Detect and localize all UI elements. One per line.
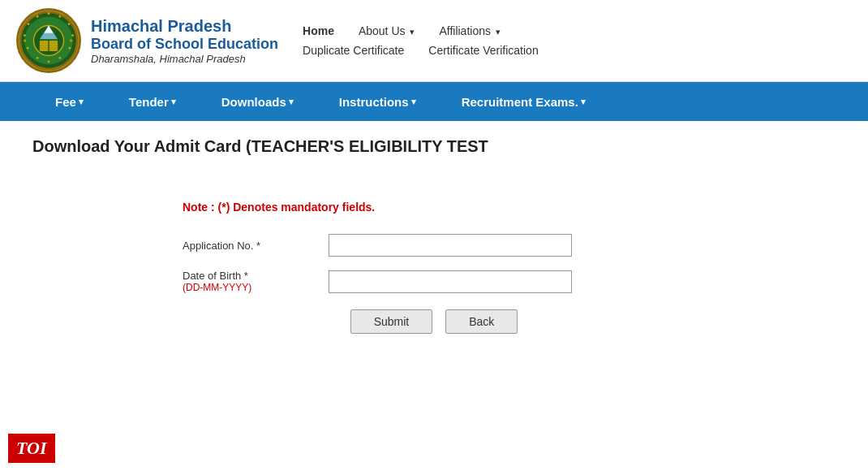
form-container: Note : (*) Denotes mandatory fields. App… (150, 184, 718, 350)
svg-point-15 (27, 47, 29, 50)
page-title: Download Your Admit Card (TEACHER'S ELIG… (32, 137, 836, 160)
tender-arrow: ▾ (171, 97, 176, 107)
svg-point-8 (58, 15, 61, 18)
note-text: Note : (*) Denotes mandatory fields. (183, 201, 685, 214)
dob-label: Date of Birth * (DD-MM-YYYY) (183, 270, 312, 293)
dob-row: Date of Birth * (DD-MM-YYYY) (183, 270, 685, 293)
dob-hint: (DD-MM-YYYY) (183, 282, 312, 293)
about-us-arrow: ▾ (410, 27, 415, 37)
nav-about-us[interactable]: About Us ▾ (359, 24, 415, 37)
application-label: Application No. * (183, 240, 312, 252)
svg-point-12 (58, 57, 61, 59)
submit-button[interactable]: Submit (350, 309, 433, 334)
svg-point-17 (28, 23, 30, 25)
toi-badge: TOI (8, 434, 55, 463)
top-nav: Home About Us ▾ Affiliations ▾ Duplicate… (303, 24, 852, 57)
nav-row-1: Home About Us ▾ Affiliations ▾ (303, 24, 852, 37)
nav-home[interactable]: Home (303, 24, 334, 37)
svg-text:★: ★ (69, 37, 73, 43)
org-subtitle: Dharamshala, Himachal Pradesh (91, 53, 278, 65)
logo-area: ★ ★ Himachal Pradesh Board of School Edu… (16, 8, 278, 73)
application-input[interactable] (329, 234, 572, 257)
svg-point-16 (24, 34, 26, 37)
main-content: Download Your Admit Card (TEACHER'S ELIG… (0, 121, 868, 366)
page-header: ★ ★ Himachal Pradesh Board of School Edu… (0, 0, 868, 82)
org-title-line1: Himachal Pradesh (91, 17, 278, 36)
org-title-line2: Board of School Education (91, 36, 278, 53)
org-name: Himachal Pradesh Board of School Educati… (91, 17, 278, 65)
nav-fee[interactable]: Fee ▾ (32, 82, 106, 121)
downloads-arrow: ▾ (289, 97, 294, 107)
affiliations-arrow: ▾ (496, 27, 501, 37)
nav-instructions[interactable]: Instructions ▾ (316, 82, 439, 121)
svg-point-13 (48, 61, 50, 63)
nav-row-2: Duplicate Certificate Certificate Verifi… (303, 44, 852, 57)
dob-input[interactable] (329, 270, 572, 293)
nav-recruitment-exams[interactable]: Recruitment Exams. ▾ (439, 82, 608, 121)
nav-duplicate-certificate[interactable]: Duplicate Certificate (303, 44, 404, 57)
instructions-arrow: ▾ (411, 97, 416, 107)
svg-point-14 (37, 57, 39, 59)
fee-arrow: ▾ (79, 97, 84, 107)
application-row: Application No. * (183, 234, 685, 257)
nav-downloads[interactable]: Downloads ▾ (199, 82, 316, 121)
svg-text:★: ★ (23, 37, 27, 43)
svg-point-7 (48, 12, 50, 15)
nav-affiliations[interactable]: Affiliations ▾ (439, 24, 500, 37)
recruitment-arrow: ▾ (581, 97, 586, 107)
svg-point-10 (71, 34, 74, 37)
button-row: Submit Back (183, 309, 685, 334)
back-button[interactable]: Back (445, 309, 518, 334)
svg-point-18 (37, 15, 39, 18)
nav-certificate-verification[interactable]: Certificate Verification (428, 44, 538, 57)
nav-tender[interactable]: Tender ▾ (106, 82, 199, 121)
svg-point-11 (69, 47, 71, 50)
blue-nav-bar: Fee ▾ Tender ▾ Downloads ▾ Instructions … (0, 82, 868, 121)
svg-point-9 (68, 23, 71, 25)
org-logo: ★ ★ (16, 8, 81, 73)
